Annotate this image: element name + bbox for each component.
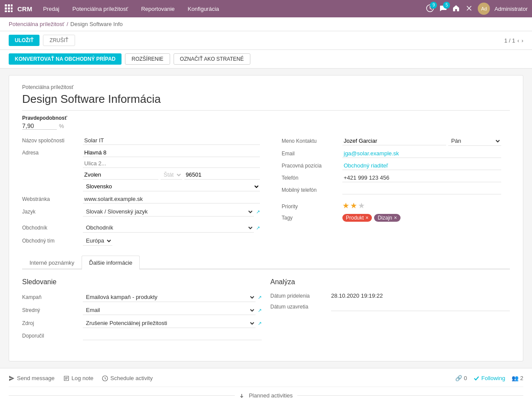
schedule-activity-button[interactable]: Schedule activity	[102, 375, 153, 381]
zdroj-select[interactable]: Zrušenie Potenciálnej príležitosti	[83, 318, 256, 328]
stredny-external-icon[interactable]: ↗	[258, 308, 262, 313]
analysis-title: Analýza	[270, 278, 510, 286]
stredny-row: Stredný Email ↗	[22, 305, 262, 315]
mobile-input[interactable]	[342, 186, 501, 194]
arrow-down-icon	[239, 393, 244, 398]
breadcrumb-parent[interactable]: Potenciálna príležitosť	[9, 21, 64, 27]
job-position-input[interactable]	[342, 161, 501, 170]
tab-additional-info[interactable]: Ďalšie informácie	[82, 256, 140, 269]
tags-value: Produkt × Dizajn ×	[342, 214, 501, 222]
home-icon[interactable]	[452, 4, 460, 14]
svg-rect-6	[5, 10, 7, 12]
tab-internal-notes[interactable]: Interné poznámky	[22, 256, 82, 269]
address-label: Adresa	[22, 150, 83, 156]
followers-count: 🔗 0	[455, 375, 467, 381]
kampan-select[interactable]: Emailová kampaň - produkty	[83, 292, 256, 302]
nav-predaj[interactable]: Predaj	[41, 3, 62, 14]
breadcrumb: Potenciálna príležitosť / Design Softwar…	[0, 17, 532, 31]
datum-uzavretia-value	[331, 302, 510, 311]
doporucil-value	[83, 332, 262, 340]
phone-value	[342, 174, 501, 182]
avatar[interactable]: Ad	[478, 3, 490, 15]
activity-icon[interactable]: 9	[426, 4, 434, 14]
form-left: Názov spoločnosti Adresa Štát	[22, 136, 269, 249]
company-input[interactable]	[83, 136, 260, 145]
send-message-button[interactable]: Send message	[9, 375, 55, 381]
save-button[interactable]: ULOŽIŤ	[9, 35, 39, 46]
salutation-select[interactable]: Pán	[448, 136, 501, 146]
chatter: Send message Log note Schedule activity …	[0, 368, 532, 407]
svg-rect-5	[11, 7, 13, 10]
log-note-button[interactable]: Log note	[63, 375, 94, 381]
address-value: Štát Slovensko	[83, 148, 260, 191]
salesperson-row: Obchodník Obchodník ↗	[22, 223, 260, 233]
star-3[interactable]: ★	[358, 201, 365, 210]
zdroj-row: Zdroj Zrušenie Potenciálnej príležitosti…	[22, 318, 262, 328]
messages-icon[interactable]: 5	[439, 4, 447, 14]
tag-dizajn-remove[interactable]: ×	[394, 215, 397, 221]
datum-uzavretia-input[interactable]	[331, 302, 510, 311]
contact-name-input[interactable]	[342, 137, 446, 145]
kampan-row: Kampaň Emailová kampaň - produkty ↗	[22, 292, 262, 302]
sales-team-row: Obchodný tím Európa	[22, 236, 260, 246]
contact-name-row: Meno Kontaktu Pán	[282, 136, 501, 146]
kampan-value: Emailová kampaň - produkty ↗	[83, 292, 262, 302]
nav-prilezitost[interactable]: Potenciálna príležitosť	[70, 3, 130, 14]
next-page-button[interactable]: ›	[522, 37, 523, 44]
tag-produkt-remove[interactable]: ×	[365, 215, 368, 221]
tracking-section: Sledovanie Kampaň Emailová kampaň - prod…	[22, 278, 262, 344]
address-line2-input[interactable]	[83, 159, 260, 168]
salesperson-external-icon[interactable]: ↗	[256, 225, 260, 231]
apps-icon[interactable]	[4, 4, 13, 14]
top-navigation: CRM Predaj Potenciálna príležitosť Repor…	[0, 0, 532, 17]
country-select[interactable]: Slovensko	[83, 182, 260, 191]
prev-page-button[interactable]: ‹	[517, 37, 519, 44]
stredny-select[interactable]: Email	[83, 305, 256, 315]
zdroj-external-icon[interactable]: ↗	[258, 321, 262, 326]
expand-button[interactable]: ROZŠÍRENIE	[125, 53, 170, 65]
mark-lost-button[interactable]: OZNAČIŤ AKO STRATENÉ	[174, 53, 250, 65]
address-row: Adresa Štát Slovensko	[22, 148, 260, 191]
svg-rect-1	[8, 4, 10, 7]
cancel-button[interactable]: ZRUŠIŤ	[43, 35, 75, 46]
kampan-external-icon[interactable]: ↗	[258, 295, 262, 300]
website-input[interactable]	[83, 195, 260, 204]
close-icon[interactable]	[465, 4, 473, 14]
salesperson-select[interactable]: Obchodník	[83, 223, 254, 233]
sales-team-select[interactable]: Európa	[83, 236, 112, 246]
following-button[interactable]: Following	[473, 375, 505, 381]
svg-rect-0	[5, 4, 7, 7]
chatter-actions: Send message Log note Schedule activity …	[9, 375, 523, 387]
tag-dizajn-label: Dizajn	[378, 215, 392, 221]
datum-pridelenia-label: Dátum pridelenia	[270, 293, 331, 299]
address-line1-input[interactable]	[83, 148, 260, 157]
language-label: Jazyk	[22, 209, 83, 215]
language-select[interactable]: Slovak / Slovenský jazyk	[83, 207, 254, 217]
job-position-value	[342, 161, 501, 170]
star-2[interactable]: ★	[350, 201, 357, 210]
doporucil-input[interactable]	[83, 332, 262, 340]
email-input[interactable]	[342, 149, 501, 158]
tags-container: Produkt × Dizajn ×	[342, 214, 501, 222]
zip-input[interactable]	[184, 170, 260, 180]
nav-items: Predaj Potenciálna príležitosť Reportova…	[41, 3, 426, 14]
nav-konfiguracia[interactable]: Konfigurácia	[186, 3, 221, 14]
username: Administrator	[494, 6, 528, 12]
log-note-label: Log note	[72, 375, 94, 381]
datum-uzavretia-label: Dátum uzavretia	[270, 304, 331, 310]
city-row: Štát	[83, 170, 260, 180]
city-input[interactable]	[83, 170, 158, 180]
company-label: Názov spoločnosti	[22, 138, 83, 144]
zdroj-wrap: Zrušenie Potenciálnej príležitosti ↗	[83, 318, 262, 328]
language-wrap: Slovak / Slovenský jazyk ↗	[83, 207, 260, 217]
state-select[interactable]: Štát	[161, 170, 182, 180]
convert-button[interactable]: KONVERTOVAŤ NA OBCHODNÝ PRÍPAD	[9, 53, 122, 65]
language-external-icon[interactable]: ↗	[256, 209, 260, 215]
star-1[interactable]: ★	[342, 201, 349, 210]
phone-input[interactable]	[342, 174, 501, 182]
salesperson-label: Obchodník	[22, 225, 83, 231]
form-title[interactable]: Design Software Informácia	[22, 92, 510, 111]
nav-reportovanie[interactable]: Reportovanie	[139, 3, 177, 14]
probability-input[interactable]	[22, 122, 57, 130]
contact-name-value: Pán	[342, 136, 501, 146]
